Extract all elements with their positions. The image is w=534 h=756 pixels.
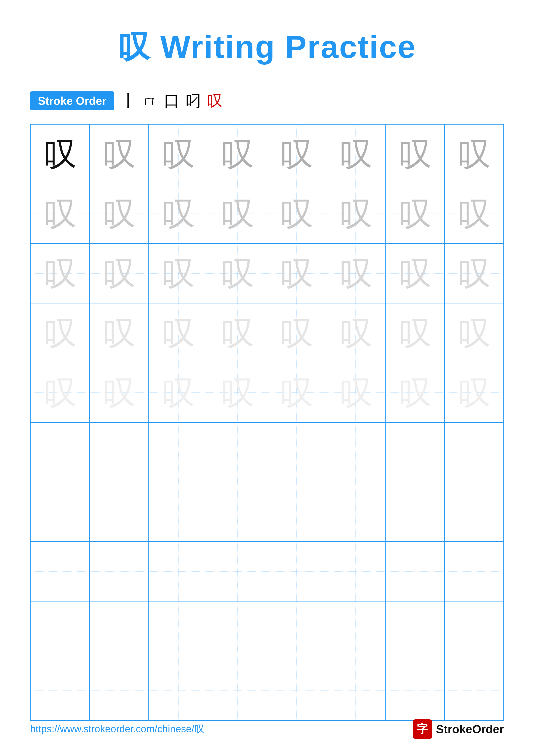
cell-character: 叹 <box>339 138 372 171</box>
stroke-step-4: 叼 <box>186 91 201 111</box>
cell-character: 叹 <box>339 257 372 290</box>
grid-cell: 叹 <box>267 244 327 303</box>
grid-cell <box>90 482 149 542</box>
grid-cell: 叹 <box>149 124 208 184</box>
grid-cell <box>31 422 90 482</box>
grid-cell <box>149 482 208 542</box>
cell-character: 叹 <box>280 257 313 290</box>
cell-character: 叹 <box>457 316 491 350</box>
cell-character: 叹 <box>280 197 313 230</box>
page-title: 叹 Writing Practice <box>118 26 416 69</box>
grid-cell <box>445 422 503 482</box>
grid-cell <box>267 602 327 661</box>
cell-character: 叹 <box>221 316 254 350</box>
grid-cell <box>445 602 503 661</box>
grid-cell: 叹 <box>386 244 445 303</box>
stroke-step-3: 口 <box>164 91 179 111</box>
grid-cell: 叹 <box>267 363 327 422</box>
cell-character: 叹 <box>102 376 136 409</box>
grid-row <box>31 661 503 720</box>
cell-character: 叹 <box>457 138 491 171</box>
grid-cell: 叹 <box>326 363 386 422</box>
grid-cell <box>208 661 267 720</box>
brand-name: StrokeOrder <box>436 722 504 736</box>
cell-character: 叹 <box>398 257 432 290</box>
grid-cell: 叹 <box>445 363 503 422</box>
grid-cell: 叹 <box>208 304 267 363</box>
cell-character: 叹 <box>339 316 372 350</box>
grid-row <box>31 422 503 482</box>
page: 叹 Writing Practice Stroke Order 丨 ㄇ 口 叼 … <box>0 0 534 756</box>
grid-cell <box>267 422 327 482</box>
grid-cell <box>386 602 445 661</box>
grid-cell: 叹 <box>149 244 208 303</box>
cell-character: 叹 <box>162 197 195 230</box>
grid-cell <box>386 422 445 482</box>
cell-character: 叹 <box>102 316 136 350</box>
grid-cell <box>149 602 208 661</box>
practice-grid: 叹 叹 叹 叹 叹 叹 叹 叹 叹 叹 叹 叹 叹 叹 叹 叹 叹 叹 叹 叹 … <box>30 124 504 721</box>
footer-brand: 字 StrokeOrder <box>413 719 504 739</box>
cell-character: 叹 <box>102 197 136 230</box>
grid-cell: 叹 <box>90 363 149 422</box>
grid-cell: 叹 <box>90 244 149 303</box>
grid-cell: 叹 <box>326 124 386 184</box>
cell-character: 叹 <box>339 197 372 230</box>
grid-row: 叹 叹 叹 叹 叹 叹 叹 叹 <box>31 124 503 184</box>
cell-character: 叹 <box>43 257 77 290</box>
grid-cell <box>149 422 208 482</box>
cell-character: 叹 <box>221 257 254 290</box>
grid-cell: 叹 <box>267 124 327 184</box>
cell-character: 叹 <box>339 376 372 409</box>
cell-character: 叹 <box>221 138 254 171</box>
grid-cell <box>326 542 386 601</box>
grid-cell <box>208 602 267 661</box>
grid-cell <box>90 602 149 661</box>
grid-cell <box>267 542 327 601</box>
grid-cell <box>149 542 208 601</box>
grid-cell: 叹 <box>31 304 90 363</box>
grid-cell: 叹 <box>90 184 149 244</box>
cell-character: 叹 <box>457 257 491 290</box>
grid-cell: 叹 <box>31 244 90 303</box>
grid-cell <box>208 542 267 601</box>
grid-row: 叹 叹 叹 叹 叹 叹 叹 叹 <box>31 363 503 423</box>
grid-cell: 叹 <box>326 304 386 363</box>
grid-cell: 叹 <box>208 184 267 244</box>
grid-row <box>31 482 503 542</box>
grid-cell <box>386 542 445 601</box>
grid-cell <box>208 482 267 542</box>
grid-cell: 叹 <box>149 363 208 422</box>
grid-cell: 叹 <box>267 304 327 363</box>
cell-character: 叹 <box>43 316 77 350</box>
grid-cell <box>326 422 386 482</box>
grid-cell: 叹 <box>386 124 445 184</box>
grid-cell <box>31 661 90 720</box>
grid-cell: 叹 <box>208 124 267 184</box>
grid-cell <box>267 482 327 542</box>
grid-cell: 叹 <box>445 304 503 363</box>
cell-character: 叹 <box>43 138 77 171</box>
grid-cell: 叹 <box>267 184 327 244</box>
grid-cell <box>31 542 90 601</box>
grid-cell: 叹 <box>326 184 386 244</box>
cell-character: 叹 <box>457 197 491 230</box>
cell-character: 叹 <box>43 376 77 409</box>
cell-character: 叹 <box>398 316 432 350</box>
grid-row: 叹 叹 叹 叹 叹 叹 叹 叹 <box>31 304 503 363</box>
footer-url[interactable]: https://www.strokeorder.com/chinese/叹 <box>30 722 204 736</box>
grid-cell <box>326 482 386 542</box>
grid-cell: 叹 <box>149 184 208 244</box>
grid-row: 叹 叹 叹 叹 叹 叹 叹 叹 <box>31 244 503 304</box>
cell-character: 叹 <box>102 257 136 290</box>
cell-character: 叹 <box>280 316 313 350</box>
grid-cell <box>326 602 386 661</box>
grid-cell: 叹 <box>208 244 267 303</box>
grid-cell: 叹 <box>90 124 149 184</box>
cell-character: 叹 <box>280 138 313 171</box>
grid-cell <box>386 661 445 720</box>
grid-cell <box>386 482 445 542</box>
cell-character: 叹 <box>162 316 195 350</box>
cell-character: 叹 <box>162 138 195 171</box>
grid-cell <box>267 661 327 720</box>
